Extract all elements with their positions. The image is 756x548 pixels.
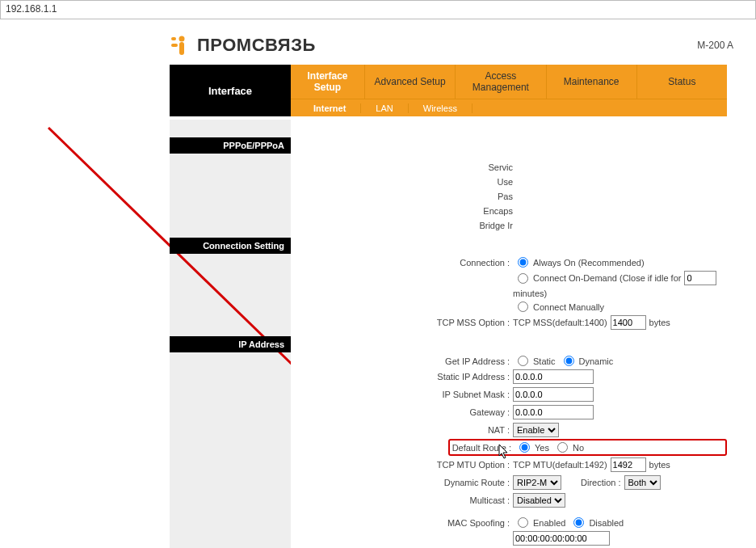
direction-select[interactable]: Both <box>624 475 661 490</box>
label-static: Static <box>533 356 556 366</box>
sub-nav: Internet LAN Wireless <box>291 99 727 116</box>
tab-maintenance[interactable]: Maintenance <box>547 65 637 99</box>
svg-point-1 <box>179 36 185 42</box>
label-mac-disabled: Disabled <box>589 518 624 528</box>
address-bar-text: 192.168.1.1 <box>6 3 57 15</box>
nat-select[interactable]: Enable <box>513 423 559 437</box>
section-pppoe: PPPoE/PPPoA <box>170 137 291 154</box>
staticip-label: Static IP Address : <box>291 372 513 381</box>
label-yes: Yes <box>535 443 549 453</box>
label-manual: Connect Manually <box>533 302 604 312</box>
gateway-label: Gateway : <box>291 407 513 417</box>
label-minutes: minutes) <box>513 289 547 298</box>
radio-always-on[interactable] <box>518 257 528 268</box>
svg-rect-2 <box>179 42 184 55</box>
radio-on-demand[interactable] <box>518 273 528 284</box>
mac-input[interactable] <box>513 531 610 546</box>
mtu-label: TCP MTU Option : <box>291 460 513 470</box>
section-connection: Connection Setting <box>170 238 291 254</box>
tcpmss-label: TCP MSS Option : <box>291 318 513 327</box>
tab-access-management[interactable]: Access Management <box>456 65 546 99</box>
direction-label: Direction : <box>581 478 621 487</box>
staticip-input[interactable] <box>513 369 594 384</box>
tcpmss-input[interactable] <box>611 315 646 330</box>
radio-defroute-no[interactable] <box>557 442 568 453</box>
brand-name: ПРОМСВЯЗЬ <box>197 35 316 56</box>
mtu-prefix: TCP MTU(default:1492) <box>513 460 607 470</box>
radio-mac-disabled[interactable] <box>573 517 584 528</box>
multicast-label: Multicast : <box>291 495 513 505</box>
radio-dynamic[interactable] <box>564 356 574 366</box>
dynroute-label: Dynamic Route : <box>291 478 513 487</box>
macspoof-label: MAC Spoofing : <box>291 518 513 528</box>
trunc-pass: Pas <box>420 189 513 204</box>
getip-label: Get IP Address : <box>291 356 513 366</box>
trunc-user: Use <box>420 175 513 189</box>
tcpmss-prefix: TCP MSS(default:1400) <box>513 318 607 327</box>
left-column-bg <box>170 120 291 548</box>
address-bar[interactable]: 192.168.1.1 <box>0 0 756 19</box>
nat-label: NAT : <box>291 425 513 435</box>
multicast-select[interactable]: Disabled <box>513 493 565 508</box>
tab-status[interactable]: Status <box>637 65 727 99</box>
section-ip-address: IP Address <box>170 336 291 352</box>
mtu-input[interactable] <box>611 457 646 472</box>
top-nav: Interface Interface Setup Advanced Setup… <box>170 65 727 116</box>
trunc-bridge: Bridge Ir <box>420 218 513 233</box>
mtu-bytes: bytes <box>649 460 670 470</box>
subnav-internet[interactable]: Internet <box>291 103 361 113</box>
tab-interface-setup[interactable]: Interface Setup <box>291 65 365 99</box>
model-label: M-200 A <box>697 40 733 51</box>
dynroute-select[interactable]: RIP2-M <box>513 475 561 490</box>
label-dynamic: Dynamic <box>579 356 614 366</box>
subnet-label: IP Subnet Mask : <box>291 390 513 399</box>
tcpmss-bytes: bytes <box>649 318 670 327</box>
svg-rect-0 <box>171 37 176 40</box>
subnav-wireless[interactable]: Wireless <box>409 103 472 113</box>
tab-interface-active[interactable]: Interface <box>170 65 291 116</box>
radio-defroute-yes[interactable] <box>519 442 530 453</box>
idle-minutes-input[interactable] <box>684 271 716 285</box>
gateway-input[interactable] <box>513 405 594 419</box>
svg-rect-3 <box>171 44 178 47</box>
radio-static[interactable] <box>518 356 528 366</box>
trunc-service: Servic <box>420 160 513 175</box>
label-no: No <box>573 443 584 453</box>
tab-advanced-setup[interactable]: Advanced Setup <box>365 65 456 99</box>
default-route-label: Default Route : <box>450 443 514 453</box>
radio-manual[interactable] <box>518 301 528 312</box>
subnet-input[interactable] <box>513 387 594 402</box>
trunc-encaps: Encaps <box>420 204 513 218</box>
connection-label: Connection : <box>291 258 513 268</box>
label-always-on: Always On (Recommended) <box>533 258 645 268</box>
label-on-demand: Connect On-Demand (Close if idle for <box>533 273 681 283</box>
subnav-lan[interactable]: LAN <box>361 103 408 113</box>
label-mac-enabled: Enabled <box>533 518 565 528</box>
brand-logo: ПРОМСВЯЗЬ <box>170 34 316 57</box>
radio-mac-enabled[interactable] <box>518 517 528 528</box>
logo-icon <box>170 34 192 57</box>
